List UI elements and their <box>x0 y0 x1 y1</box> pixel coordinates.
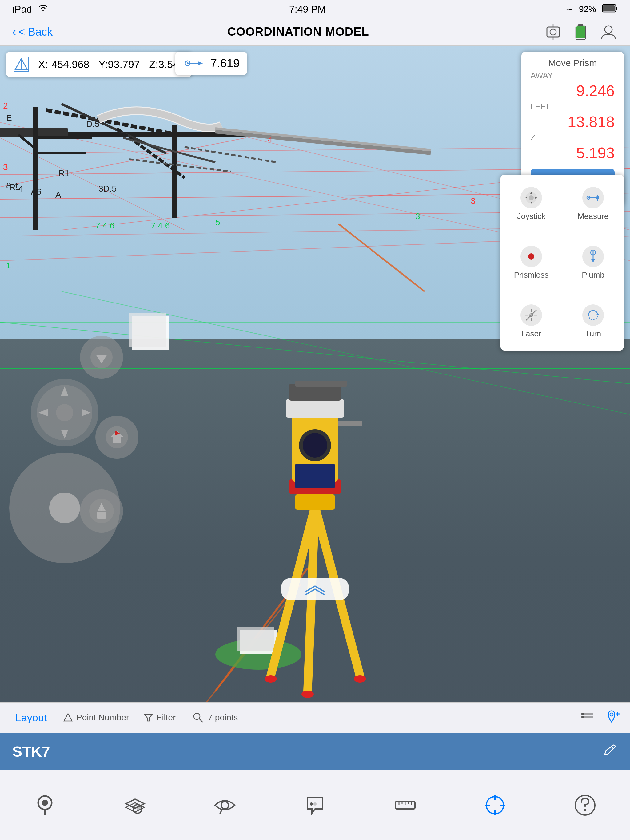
label-4: 4 <box>19 184 24 194</box>
search-area[interactable]: 7 points <box>184 709 247 726</box>
measure-label: Measure <box>578 212 608 221</box>
svg-rect-1 <box>616 7 617 10</box>
status-bar: iPad 7:49 PM ∽ 92% <box>0 0 630 19</box>
nav-icons <box>544 23 618 41</box>
user-icon[interactable] <box>599 23 618 41</box>
svg-line-130 <box>611 747 613 749</box>
total-station-icon[interactable] <box>544 23 562 41</box>
svg-point-152 <box>584 809 586 812</box>
grid-view-button[interactable] <box>578 708 596 728</box>
label-green-1: 1 <box>6 261 11 271</box>
layout-tab[interactable]: Layout <box>9 709 56 727</box>
svg-line-40 <box>215 128 431 150</box>
time-display: 7:49 PM <box>289 4 326 15</box>
annotation-icon <box>303 793 327 818</box>
battery-nav-icon[interactable] <box>571 23 590 41</box>
page-title: COORDINATION MODEL <box>227 25 369 38</box>
z-value: 5.193 <box>576 144 615 162</box>
coord-x: X:-454.968 <box>38 58 89 70</box>
label-green-746b: 7.4.6 <box>151 221 170 231</box>
distance-value: 7.619 <box>211 57 240 70</box>
nav-annotation[interactable] <box>270 770 360 840</box>
svg-rect-61 <box>295 494 335 510</box>
search-count: 7 points <box>208 713 238 723</box>
upload-button[interactable] <box>80 489 123 532</box>
label-A: A <box>55 190 61 200</box>
svg-point-90 <box>528 253 534 259</box>
svg-point-137 <box>221 802 229 809</box>
battery-label: 92% <box>579 4 596 14</box>
label-E: E <box>6 113 12 123</box>
back-button[interactable]: ‹ < Back <box>12 25 52 38</box>
battery-icon <box>602 4 618 15</box>
svg-rect-68 <box>295 464 335 488</box>
svg-point-139 <box>313 802 317 805</box>
svg-rect-8 <box>578 24 583 27</box>
joystick-area[interactable] <box>9 453 120 563</box>
triangle-icon <box>63 713 73 722</box>
nav-crosshair[interactable] <box>450 770 540 840</box>
svg-point-4 <box>550 29 556 35</box>
nav-eye[interactable] <box>180 770 270 840</box>
project-name: STK7 <box>12 743 602 760</box>
main-3d-view[interactable]: 2 3 4 3 E D.5 R1 A6 A 3D.5 R1 7.4.6 7.4.… <box>0 46 630 778</box>
joystick-button[interactable]: Joystick <box>500 175 562 233</box>
left-label: LEFT <box>531 102 550 111</box>
laser-button[interactable]: Laser <box>500 292 562 351</box>
nav-ruler[interactable] <box>360 770 450 840</box>
home-button[interactable] <box>95 416 138 459</box>
search-icon <box>193 712 204 723</box>
project-banner: STK7 <box>0 733 630 770</box>
away-label: AWAY <box>531 71 553 80</box>
svg-rect-70 <box>295 381 347 387</box>
svg-point-60 <box>301 691 314 698</box>
plumb-button[interactable]: Plumb <box>562 234 624 292</box>
measure-icon <box>583 187 604 208</box>
svg-rect-64 <box>286 399 344 418</box>
svg-point-126 <box>581 716 584 718</box>
filter-item[interactable]: Filter <box>136 710 183 726</box>
add-pin-button[interactable] <box>602 708 621 728</box>
svg-rect-9 <box>576 27 585 38</box>
bottom-handle[interactable] <box>281 578 349 600</box>
label-R1: R1 <box>59 169 70 178</box>
svg-marker-102 <box>596 313 600 316</box>
svg-point-59 <box>354 675 366 682</box>
nav-help[interactable] <box>540 770 630 840</box>
coordinate-panel: X:-454.968 Y:93.797 Z:3.547 <box>6 52 192 77</box>
prismless-button[interactable]: Prismless <box>500 234 562 292</box>
back-label: < Back <box>19 25 52 38</box>
nav-pin[interactable] <box>0 770 90 840</box>
plumb-icon <box>583 246 604 267</box>
point-number-item[interactable]: Point Number <box>56 710 136 726</box>
turn-button[interactable]: Turn <box>562 292 624 351</box>
joystick-label: Joystick <box>517 212 545 221</box>
plumb-label: Plumb <box>582 270 605 280</box>
crosshair-icon <box>483 793 507 818</box>
laser-icon <box>521 305 542 326</box>
svg-point-133 <box>42 800 48 806</box>
crosshair-control[interactable] <box>31 379 98 447</box>
away-value: 9.246 <box>576 82 615 100</box>
label-84: 8.4 <box>6 181 18 191</box>
svg-point-121 <box>194 713 200 720</box>
joystick-knob <box>49 493 80 523</box>
label-red-4: 4 <box>268 135 272 145</box>
joystick-icon <box>521 187 542 208</box>
svg-rect-30 <box>33 107 38 230</box>
measure-button[interactable]: Measure <box>562 175 624 233</box>
label-red-3b: 3 <box>471 196 476 206</box>
turn-icon <box>583 305 604 326</box>
edit-icon[interactable] <box>602 742 618 761</box>
svg-marker-119 <box>64 714 72 721</box>
nav-bar: ‹ < Back COORDINATION MODEL <box>0 19 630 46</box>
chevron-left-icon: ‹ <box>12 25 16 38</box>
coord-y: Y:93.797 <box>98 58 140 70</box>
left-value: 13.818 <box>568 113 615 131</box>
move-prism-title: Move Prism <box>531 58 615 68</box>
svg-point-136 <box>136 805 141 810</box>
svg-rect-51 <box>129 313 166 347</box>
down-arrow-button[interactable] <box>80 336 123 379</box>
svg-point-67 <box>303 433 327 458</box>
nav-layers[interactable] <box>90 770 180 840</box>
